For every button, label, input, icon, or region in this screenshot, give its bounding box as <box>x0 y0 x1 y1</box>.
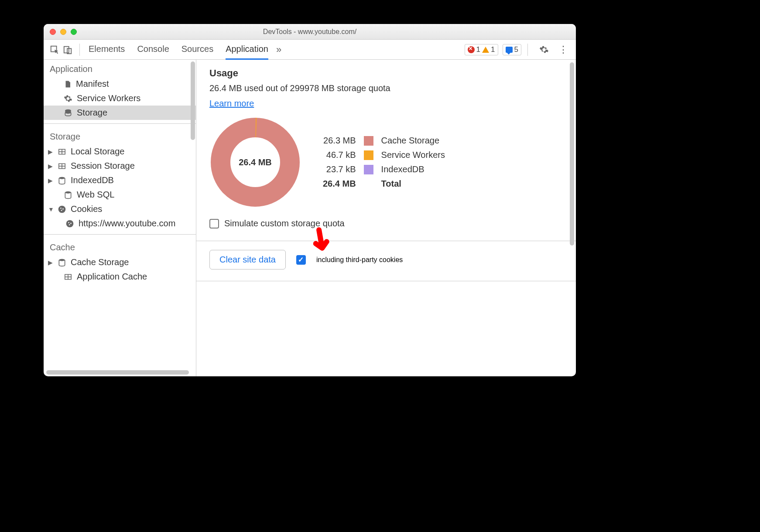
message-icon <box>506 47 513 53</box>
database-icon <box>58 258 66 267</box>
sidebar-item-label: IndexedDB <box>71 175 114 185</box>
sidebar-item-label: Session Storage <box>71 161 135 171</box>
svg-rect-12 <box>59 166 62 168</box>
cookie-icon <box>65 219 74 228</box>
clear-site-data-button[interactable]: Clear site data <box>209 250 286 269</box>
sidebar-item-websql[interactable]: Web SQL <box>44 188 196 202</box>
svg-point-17 <box>60 208 62 209</box>
legend-swatch-cache-storage <box>364 136 373 146</box>
gear-icon <box>64 94 72 103</box>
sidebar-item-label: Storage <box>77 108 107 118</box>
sidebar-item-label: Local Storage <box>71 147 124 157</box>
svg-point-24 <box>59 259 65 261</box>
usage-donut-chart: 26.4 MB <box>209 116 301 208</box>
svg-rect-27 <box>68 275 71 276</box>
divider <box>196 241 576 241</box>
devtools-window: DevTools - www.youtube.com/ Elements Con… <box>44 24 576 376</box>
divider <box>527 44 528 56</box>
sidebar-item-label: Cookies <box>71 204 102 214</box>
messages-badge[interactable]: 5 <box>503 44 521 55</box>
simulate-quota-checkbox[interactable] <box>209 219 219 228</box>
error-count: 1 <box>476 45 480 54</box>
learn-more-link[interactable]: Learn more <box>209 99 254 109</box>
svg-rect-28 <box>65 277 68 279</box>
svg-point-21 <box>68 222 69 223</box>
table-icon <box>58 148 66 155</box>
sidebar-item-cache-storage[interactable]: ▶ Cache Storage <box>44 255 196 269</box>
inspect-icon[interactable] <box>49 44 60 55</box>
legend-value: 46.7 kB <box>323 150 356 160</box>
divider <box>44 123 196 124</box>
third-party-cookies-label: including third-party cookies <box>316 256 403 264</box>
svg-rect-5 <box>59 150 62 151</box>
panel-tabs: Elements Console Sources Application <box>89 40 268 60</box>
legend-value: 23.7 kB <box>323 164 356 174</box>
sidebar-item-label: Service Workers <box>77 93 140 103</box>
tab-elements[interactable]: Elements <box>89 44 125 60</box>
svg-point-22 <box>70 222 72 224</box>
tab-console[interactable]: Console <box>137 44 169 60</box>
window-close-button[interactable] <box>50 29 56 35</box>
tab-sources[interactable]: Sources <box>181 44 213 60</box>
legend-label: IndexedDB <box>381 164 445 174</box>
table-icon <box>64 273 72 280</box>
sidebar-item-label: https://www.youtube.com <box>79 218 175 228</box>
sidebar-item-service-workers[interactable]: Service Workers <box>44 91 196 106</box>
legend-label: Cache Storage <box>381 136 445 146</box>
sidebar-item-label: Cache Storage <box>71 257 129 267</box>
chevron-right-icon: ▶ <box>48 177 53 184</box>
warning-icon <box>482 47 489 53</box>
simulate-quota-row: Simulate custom storage quota <box>209 218 563 228</box>
svg-point-20 <box>66 220 74 227</box>
sidebar-item-indexeddb[interactable]: ▶ IndexedDB <box>44 173 196 188</box>
section-cache: Cache <box>44 238 196 255</box>
devtools-toolbar: Elements Console Sources Application » 1… <box>44 40 576 60</box>
usage-legend: 26.3 MB Cache Storage 46.7 kB Service Wo… <box>323 136 445 189</box>
sidebar-horizontal-scrollbar[interactable] <box>46 370 189 375</box>
sidebar: Application Manifest Service Workers Sto… <box>44 60 196 376</box>
svg-point-15 <box>65 191 71 193</box>
error-icon <box>468 46 475 53</box>
window-minimize-button[interactable] <box>60 29 66 35</box>
error-warning-badge[interactable]: 1 1 <box>465 44 498 55</box>
divider <box>44 234 196 235</box>
sidebar-item-local-storage[interactable]: ▶ Local Storage <box>44 144 196 159</box>
third-party-cookies-checkbox[interactable] <box>296 255 306 265</box>
sidebar-item-cookies[interactable]: ▼ Cookies <box>44 202 196 216</box>
usage-chart-row: 26.4 MB 26.3 MB Cache Storage 46.7 kB Se… <box>209 116 563 208</box>
main-scrollbar[interactable] <box>570 62 574 246</box>
database-icon <box>58 176 66 185</box>
svg-rect-11 <box>62 164 65 166</box>
device-toggle-icon[interactable] <box>62 44 73 55</box>
cookie-icon <box>58 205 66 214</box>
body: Application Manifest Service Workers Sto… <box>44 60 576 376</box>
main-panel: Usage 26.4 MB used out of 299978 MB stor… <box>196 60 576 376</box>
donut-center-label: 26.4 MB <box>209 116 301 208</box>
sidebar-item-storage[interactable]: Storage <box>44 106 196 120</box>
file-icon <box>64 80 72 89</box>
svg-point-19 <box>61 210 62 211</box>
settings-gear-icon[interactable] <box>538 44 550 55</box>
sidebar-item-cookie-origin[interactable]: https://www.youtube.com <box>44 216 196 231</box>
svg-rect-1 <box>64 46 69 53</box>
kebab-menu-icon[interactable]: ⋮ <box>556 44 571 55</box>
svg-rect-6 <box>62 150 65 151</box>
section-application: Application <box>44 60 196 77</box>
warning-count: 1 <box>491 45 495 54</box>
more-tabs-icon[interactable]: » <box>276 44 281 55</box>
tab-application[interactable]: Application <box>226 44 268 60</box>
sidebar-item-label: Web SQL <box>77 190 114 200</box>
sidebar-item-session-storage[interactable]: ▶ Session Storage <box>44 159 196 173</box>
divider <box>196 281 576 281</box>
legend-total-label: Total <box>381 179 445 189</box>
svg-point-14 <box>59 177 65 179</box>
chevron-down-icon: ▼ <box>48 206 53 213</box>
window-zoom-button[interactable] <box>71 29 77 35</box>
sidebar-item-manifest[interactable]: Manifest <box>44 77 196 91</box>
database-icon <box>64 109 72 117</box>
sidebar-item-application-cache[interactable]: Application Cache <box>44 269 196 284</box>
simulate-quota-label: Simulate custom storage quota <box>224 218 345 228</box>
sidebar-scrollbar[interactable] <box>191 61 195 140</box>
svg-rect-10 <box>59 164 62 166</box>
chevron-right-icon: ▶ <box>48 259 53 266</box>
